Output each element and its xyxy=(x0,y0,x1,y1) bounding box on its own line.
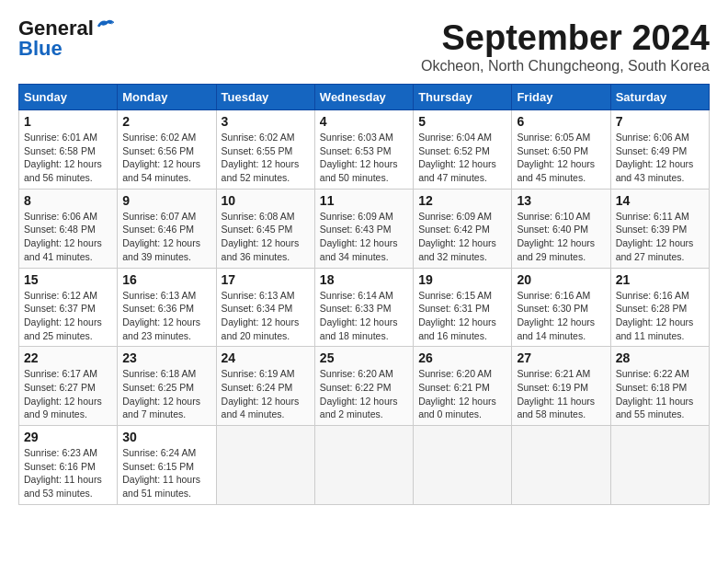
sunrise-label: Sunrise: 6:22 AM xyxy=(616,368,689,379)
sunrise-label: Sunrise: 6:06 AM xyxy=(24,211,97,222)
day-number: 5 xyxy=(418,114,506,129)
day-number: 17 xyxy=(222,272,310,287)
calendar-cell: 8 Sunrise: 6:06 AM Sunset: 6:48 PM Dayli… xyxy=(19,189,118,268)
sunrise-label: Sunrise: 6:09 AM xyxy=(320,211,393,222)
calendar-week-2: 8 Sunrise: 6:06 AM Sunset: 6:48 PM Dayli… xyxy=(19,189,710,268)
daylight-label: Daylight: 12 hours and 4 minutes. xyxy=(222,396,300,420)
day-number: 4 xyxy=(320,114,408,129)
day-number: 29 xyxy=(24,430,112,444)
daylight-label: Daylight: 12 hours and 7 minutes. xyxy=(122,396,200,420)
calendar-cell xyxy=(216,426,314,505)
calendar-cell: 5 Sunrise: 6:04 AM Sunset: 6:52 PM Dayli… xyxy=(414,110,512,190)
calendar-cell: 10 Sunrise: 6:08 AM Sunset: 6:45 PM Dayl… xyxy=(216,189,314,268)
calendar-table: SundayMondayTuesdayWednesdayThursdayFrid… xyxy=(18,84,710,505)
sunset-label: Sunset: 6:25 PM xyxy=(122,382,194,393)
sunset-label: Sunset: 6:33 PM xyxy=(320,303,392,314)
sunrise-label: Sunrise: 6:15 AM xyxy=(418,290,492,301)
daylight-label: Daylight: 12 hours and 36 minutes. xyxy=(222,237,300,262)
sunrise-label: Sunrise: 6:13 AM xyxy=(222,290,295,301)
calendar-cell: 21 Sunrise: 6:16 AM Sunset: 6:28 PM Dayl… xyxy=(610,268,709,347)
sunset-label: Sunset: 6:30 PM xyxy=(517,303,588,314)
daylight-label: Daylight: 12 hours and 20 minutes. xyxy=(222,316,300,341)
daylight-label: Daylight: 11 hours and 58 minutes. xyxy=(517,396,595,420)
calendar-cell: 3 Sunrise: 6:02 AM Sunset: 6:55 PM Dayli… xyxy=(216,110,314,190)
calendar-cell: 6 Sunrise: 6:05 AM Sunset: 6:50 PM Dayli… xyxy=(512,110,610,190)
calendar-cell xyxy=(610,426,709,505)
day-info: Sunrise: 6:13 AM Sunset: 6:34 PM Dayligh… xyxy=(222,289,310,343)
sunrise-label: Sunrise: 6:05 AM xyxy=(517,132,590,143)
day-info: Sunrise: 6:24 AM Sunset: 6:15 PM Dayligh… xyxy=(122,446,210,500)
daylight-label: Daylight: 12 hours and 9 minutes. xyxy=(24,396,102,420)
calendar-cell: 2 Sunrise: 6:02 AM Sunset: 6:56 PM Dayli… xyxy=(118,110,216,190)
calendar-cell: 4 Sunrise: 6:03 AM Sunset: 6:53 PM Dayli… xyxy=(314,110,413,190)
sunset-label: Sunset: 6:58 PM xyxy=(24,145,96,156)
calendar-cell: 7 Sunrise: 6:06 AM Sunset: 6:49 PM Dayli… xyxy=(610,110,709,190)
day-info: Sunrise: 6:11 AM Sunset: 6:39 PM Dayligh… xyxy=(616,210,704,264)
calendar-cell: 9 Sunrise: 6:07 AM Sunset: 6:46 PM Dayli… xyxy=(118,189,216,268)
day-info: Sunrise: 6:09 AM Sunset: 6:42 PM Dayligh… xyxy=(418,210,506,264)
day-number: 12 xyxy=(418,193,506,208)
daylight-label: Daylight: 12 hours and 52 minutes. xyxy=(222,158,300,183)
day-info: Sunrise: 6:06 AM Sunset: 6:49 PM Dayligh… xyxy=(616,131,704,185)
sunrise-label: Sunrise: 6:02 AM xyxy=(122,132,196,143)
calendar-header-saturday: Saturday xyxy=(610,85,709,110)
sunset-label: Sunset: 6:43 PM xyxy=(320,224,392,235)
day-info: Sunrise: 6:19 AM Sunset: 6:24 PM Dayligh… xyxy=(222,367,310,421)
calendar-cell: 11 Sunrise: 6:09 AM Sunset: 6:43 PM Dayl… xyxy=(314,189,413,268)
sunrise-label: Sunrise: 6:10 AM xyxy=(517,211,590,222)
sunrise-label: Sunrise: 6:12 AM xyxy=(24,290,97,301)
sunset-label: Sunset: 6:15 PM xyxy=(122,461,194,472)
day-number: 15 xyxy=(24,272,112,287)
sunset-label: Sunset: 6:45 PM xyxy=(222,224,293,235)
daylight-label: Daylight: 11 hours and 55 minutes. xyxy=(616,396,694,420)
daylight-label: Daylight: 12 hours and 16 minutes. xyxy=(418,316,496,341)
daylight-label: Daylight: 12 hours and 32 minutes. xyxy=(418,237,496,262)
calendar-week-3: 15 Sunrise: 6:12 AM Sunset: 6:37 PM Dayl… xyxy=(19,268,710,347)
sunrise-label: Sunrise: 6:09 AM xyxy=(418,211,492,222)
day-number: 19 xyxy=(418,272,506,287)
sunset-label: Sunset: 6:27 PM xyxy=(24,382,96,393)
sunset-label: Sunset: 6:37 PM xyxy=(24,303,96,314)
logo-blue: Blue xyxy=(18,37,63,60)
day-info: Sunrise: 6:17 AM Sunset: 6:27 PM Dayligh… xyxy=(24,367,112,421)
daylight-label: Daylight: 12 hours and 56 minutes. xyxy=(24,158,102,183)
day-number: 28 xyxy=(616,350,704,365)
day-number: 8 xyxy=(24,193,112,208)
day-info: Sunrise: 6:08 AM Sunset: 6:45 PM Dayligh… xyxy=(222,210,310,264)
sunset-label: Sunset: 6:18 PM xyxy=(616,382,688,393)
day-info: Sunrise: 6:03 AM Sunset: 6:53 PM Dayligh… xyxy=(320,131,408,185)
daylight-label: Daylight: 12 hours and 0 minutes. xyxy=(418,396,496,420)
sunset-label: Sunset: 6:22 PM xyxy=(320,382,392,393)
sunrise-label: Sunrise: 6:02 AM xyxy=(222,132,295,143)
calendar-cell: 13 Sunrise: 6:10 AM Sunset: 6:40 PM Dayl… xyxy=(512,189,610,268)
logo: General Blue xyxy=(18,18,116,59)
sunrise-label: Sunrise: 6:14 AM xyxy=(320,290,393,301)
sunrise-label: Sunrise: 6:04 AM xyxy=(418,132,492,143)
day-info: Sunrise: 6:23 AM Sunset: 6:16 PM Dayligh… xyxy=(24,446,112,500)
sunset-label: Sunset: 6:48 PM xyxy=(24,224,96,235)
daylight-label: Daylight: 12 hours and 14 minutes. xyxy=(517,316,595,341)
sunset-label: Sunset: 6:24 PM xyxy=(222,382,293,393)
day-number: 24 xyxy=(222,350,310,365)
calendar-cell: 26 Sunrise: 6:20 AM Sunset: 6:21 PM Dayl… xyxy=(414,347,512,426)
day-info: Sunrise: 6:13 AM Sunset: 6:36 PM Dayligh… xyxy=(122,289,210,343)
calendar-cell: 28 Sunrise: 6:22 AM Sunset: 6:18 PM Dayl… xyxy=(610,347,709,426)
day-number: 13 xyxy=(517,193,605,208)
calendar-cell xyxy=(414,426,512,505)
sunset-label: Sunset: 6:19 PM xyxy=(517,382,588,393)
calendar-cell: 23 Sunrise: 6:18 AM Sunset: 6:25 PM Dayl… xyxy=(118,347,216,426)
sunrise-label: Sunrise: 6:16 AM xyxy=(616,290,689,301)
location: Okcheon, North Chungcheong, South Korea xyxy=(421,58,710,75)
sunset-label: Sunset: 6:28 PM xyxy=(616,303,688,314)
sunrise-label: Sunrise: 6:01 AM xyxy=(24,132,97,143)
daylight-label: Daylight: 12 hours and 11 minutes. xyxy=(616,316,694,341)
calendar-cell: 19 Sunrise: 6:15 AM Sunset: 6:31 PM Dayl… xyxy=(414,268,512,347)
logo-bird-icon xyxy=(96,17,116,34)
day-number: 26 xyxy=(418,350,506,365)
day-info: Sunrise: 6:16 AM Sunset: 6:30 PM Dayligh… xyxy=(517,289,605,343)
day-info: Sunrise: 6:15 AM Sunset: 6:31 PM Dayligh… xyxy=(418,289,506,343)
sunrise-label: Sunrise: 6:13 AM xyxy=(122,290,196,301)
calendar-cell: 30 Sunrise: 6:24 AM Sunset: 6:15 PM Dayl… xyxy=(118,426,216,505)
day-info: Sunrise: 6:14 AM Sunset: 6:33 PM Dayligh… xyxy=(320,289,408,343)
calendar-cell: 27 Sunrise: 6:21 AM Sunset: 6:19 PM Dayl… xyxy=(512,347,610,426)
